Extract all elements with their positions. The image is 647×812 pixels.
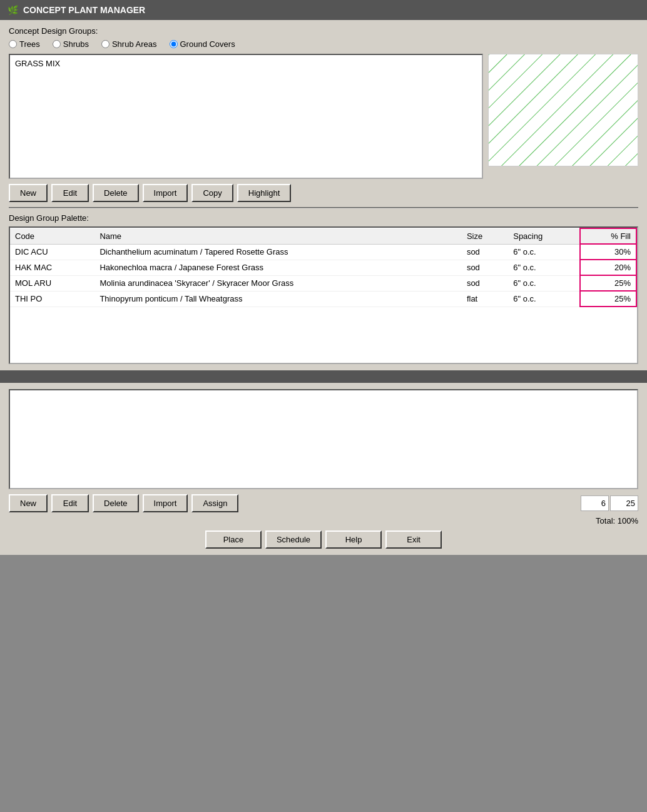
top-panel: Concept Design Groups: Trees Shrubs Shru…	[0, 20, 647, 370]
cell-fill: 25%	[580, 291, 636, 307]
number-inputs	[581, 495, 638, 511]
cell-size: flat	[462, 291, 508, 307]
radio-item-shrub-areas[interactable]: Shrub Areas	[101, 39, 157, 49]
table-header-row: Code Name Size Spacing % Fill	[10, 228, 636, 244]
edit-top-button[interactable]: Edit	[51, 184, 89, 202]
radio-shrubs[interactable]	[53, 40, 61, 48]
radio-shrub-areas[interactable]	[101, 40, 110, 48]
import-top-button[interactable]: Import	[143, 184, 188, 202]
number-input-1[interactable]	[581, 495, 609, 511]
delete-bottom-button[interactable]: Delete	[93, 494, 139, 512]
total-label: Total: 100%	[9, 516, 638, 525]
list-item[interactable]: GRASS MIX	[13, 58, 479, 69]
cell-name: Molinia arundinacea 'Skyracer' / Skyrace…	[94, 275, 461, 291]
assign-bottom-button[interactable]: Assign	[191, 494, 238, 512]
svg-rect-2	[489, 54, 638, 166]
th-spacing: Spacing	[508, 228, 580, 244]
table-row[interactable]: MOL ARUMolinia arundinacea 'Skyracer' / …	[10, 275, 636, 291]
bottom-button-row: New Edit Delete Import Assign	[9, 494, 638, 512]
bottom-panel: New Edit Delete Import Assign Total: 100…	[0, 383, 647, 555]
table-row[interactable]: THI POThinopyrum ponticum / Tall Wheatgr…	[10, 291, 636, 307]
top-button-row: New Edit Delete Import Copy Highlight	[9, 184, 638, 202]
bottom-actions: Place Schedule Help Exit	[9, 530, 638, 549]
cell-size: sod	[462, 260, 508, 275]
radio-item-ground-covers[interactable]: Ground Covers	[170, 39, 235, 49]
copy-top-button[interactable]: Copy	[191, 184, 233, 202]
exit-button[interactable]: Exit	[385, 530, 442, 549]
schedule-button[interactable]: Schedule	[265, 530, 322, 549]
cell-fill: 25%	[580, 275, 636, 291]
cell-code: THI PO	[10, 291, 94, 307]
new-top-button[interactable]: New	[9, 184, 48, 202]
app-icon: 🌿	[8, 5, 18, 15]
import-bottom-button[interactable]: Import	[143, 494, 188, 512]
radio-shrubs-label: Shrubs	[63, 39, 89, 49]
radio-trees[interactable]	[9, 40, 17, 48]
cell-spacing: 6" o.c.	[508, 291, 580, 307]
palette-label: Design Group Palette:	[9, 213, 638, 223]
cell-spacing: 6" o.c.	[508, 275, 580, 291]
cell-code: HAK MAC	[10, 260, 94, 275]
cell-code: DIC ACU	[10, 244, 94, 260]
cell-fill: 30%	[580, 244, 636, 260]
delete-top-button[interactable]: Delete	[93, 184, 139, 202]
cell-size: sod	[462, 275, 508, 291]
radio-item-shrubs[interactable]: Shrubs	[53, 39, 89, 49]
divider-top	[9, 207, 638, 208]
help-button[interactable]: Help	[325, 530, 382, 549]
app-title: CONCEPT PLANT MANAGER	[23, 5, 145, 15]
table-row[interactable]: HAK MACHakonechloa macra / Japanese Fore…	[10, 260, 636, 275]
number-input-2[interactable]	[610, 495, 638, 511]
radio-shrub-areas-label: Shrub Areas	[112, 39, 157, 49]
cell-spacing: 6" o.c.	[508, 244, 580, 260]
palette-table-container: Code Name Size Spacing % Fill DIC ACUDic…	[9, 226, 638, 364]
pattern-svg	[489, 54, 638, 166]
edit-bottom-button[interactable]: Edit	[51, 494, 89, 512]
group-list-box[interactable]: GRASS MIX	[9, 54, 483, 179]
new-bottom-button[interactable]: New	[9, 494, 48, 512]
bottom-list-box[interactable]	[9, 389, 638, 489]
th-fill: % Fill	[580, 228, 636, 244]
cell-name: Dichanthelium acuminatum / Tapered Roset…	[94, 244, 461, 260]
title-bar: 🌿 CONCEPT PLANT MANAGER	[0, 0, 647, 20]
radio-ground-covers[interactable]	[170, 40, 178, 48]
panel-gap	[0, 370, 647, 383]
radio-ground-covers-label: Ground Covers	[180, 39, 235, 49]
th-name: Name	[94, 228, 461, 244]
cell-size: sod	[462, 244, 508, 260]
th-size: Size	[462, 228, 508, 244]
cell-name: Thinopyrum ponticum / Tall Wheatgrass	[94, 291, 461, 307]
radio-trees-label: Trees	[19, 39, 40, 49]
table-row[interactable]: DIC ACUDichanthelium acuminatum / Tapere…	[10, 244, 636, 260]
pattern-preview	[488, 54, 638, 166]
radio-item-trees[interactable]: Trees	[9, 39, 40, 49]
highlight-top-button[interactable]: Highlight	[237, 184, 292, 202]
radio-group: Trees Shrubs Shrub Areas Ground Covers	[9, 39, 638, 49]
cell-spacing: 6" o.c.	[508, 260, 580, 275]
place-button[interactable]: Place	[205, 530, 262, 549]
palette-table: Code Name Size Spacing % Fill DIC ACUDic…	[10, 228, 637, 307]
concept-design-groups-label: Concept Design Groups:	[9, 26, 638, 36]
th-code: Code	[10, 228, 94, 244]
content-area: GRASS MIX	[9, 54, 638, 179]
cell-code: MOL ARU	[10, 275, 94, 291]
cell-fill: 20%	[580, 260, 636, 275]
cell-name: Hakonechloa macra / Japanese Forest Gras…	[94, 260, 461, 275]
